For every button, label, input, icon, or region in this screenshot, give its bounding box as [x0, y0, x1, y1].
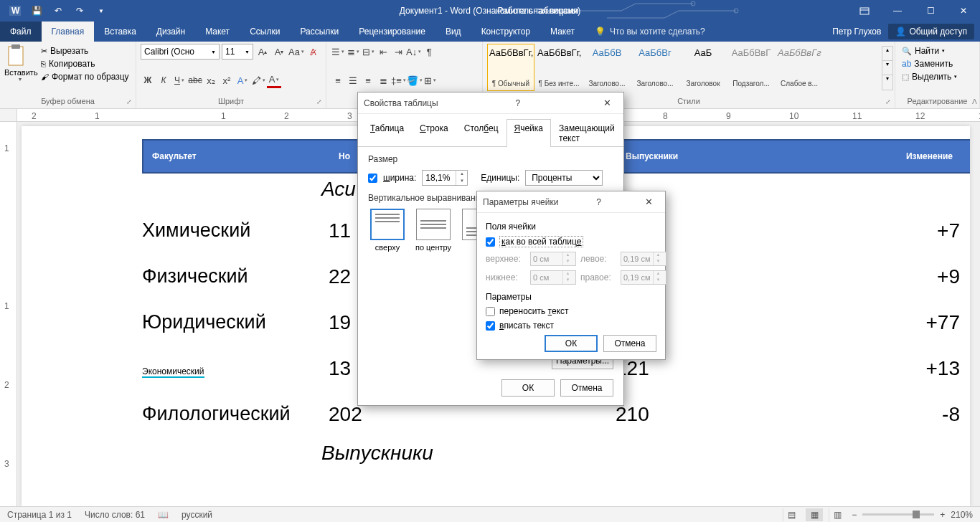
d2-titlebar[interactable]: Параметры ячейки ? ✕	[477, 191, 665, 213]
tell-me[interactable]: 💡 Что вы хотите сделать?	[585, 22, 715, 42]
align-left-icon[interactable]: ≡	[331, 72, 345, 88]
style-item[interactable]: АаБбВЗаголово...	[583, 44, 631, 91]
strike-icon[interactable]: abc	[188, 72, 202, 88]
d1-width-spin[interactable]: ▲▼	[422, 170, 468, 186]
borders-icon[interactable]: ⊞	[423, 72, 438, 88]
status-words[interactable]: Число слов: 61	[85, 510, 145, 520]
d1-ok-button[interactable]: ОК	[501, 379, 555, 397]
d1-units-select[interactable]: Проценты	[525, 170, 603, 186]
vertical-ruler[interactable]: 1123	[0, 122, 17, 506]
zoom-slider[interactable]	[862, 513, 934, 516]
bullets-icon[interactable]: ☰	[331, 44, 345, 60]
save-icon[interactable]: 💾	[27, 1, 46, 20]
copy-button[interactable]: ⎘ Копировать	[39, 58, 131, 70]
align-right-icon[interactable]: ≡	[361, 72, 375, 88]
replace-button[interactable]: ab Заменить	[900, 58, 975, 70]
zoom-out-icon[interactable]: −	[852, 510, 857, 520]
collapse-ribbon-icon[interactable]: ᐱ	[972, 98, 977, 105]
d1-tab-alt[interactable]: Замещающий текст	[551, 119, 623, 147]
zoom-in-icon[interactable]: +	[940, 510, 945, 520]
minimize-icon[interactable]: —	[881, 0, 914, 22]
font-color-icon[interactable]: A	[267, 72, 281, 88]
d2-close-icon[interactable]: ✕	[639, 196, 659, 207]
d1-width-check[interactable]	[368, 174, 377, 183]
subscript-icon[interactable]: x₂	[204, 72, 218, 88]
format-painter-button[interactable]: 🖌 Формат по образцу	[39, 71, 131, 82]
styles-scroll[interactable]: ▴ ▾ ▾	[882, 46, 893, 90]
tab-refs[interactable]: Ссылки	[240, 22, 290, 42]
d1-tab-table[interactable]: Таблица	[362, 119, 412, 147]
align-center-icon[interactable]: ☰	[346, 72, 360, 88]
tab-view[interactable]: Вид	[435, 22, 471, 42]
tab-construct[interactable]: Конструктор	[471, 22, 540, 42]
shrink-font-icon[interactable]: A▾	[272, 44, 286, 60]
d2-cancel-button[interactable]: Отмена	[603, 335, 656, 352]
d1-tab-row[interactable]: Строка	[412, 119, 456, 147]
maximize-icon[interactable]: ☐	[914, 0, 947, 22]
status-proof-icon[interactable]: 📖	[158, 510, 169, 520]
style-item[interactable]: АаБЗаголовок	[679, 44, 727, 91]
tab-design[interactable]: Дизайн	[146, 22, 195, 42]
highlight-icon[interactable]: 🖍	[251, 72, 265, 88]
sort-icon[interactable]: A↓	[406, 44, 421, 60]
shading-icon[interactable]: 🪣	[407, 72, 423, 88]
d1-valign-top[interactable]: сверху	[368, 209, 407, 252]
d2-same-check[interactable]	[486, 237, 495, 247]
underline-icon[interactable]: Ч	[172, 72, 187, 88]
text-effects-icon[interactable]: A	[235, 72, 250, 88]
tab-layout[interactable]: Макет	[195, 22, 240, 42]
d1-tab-col[interactable]: Столбец	[456, 119, 507, 147]
view-web-icon[interactable]: ▥	[829, 508, 846, 521]
styles-launcher-icon[interactable]: ⤢	[883, 97, 893, 107]
share-button[interactable]: 👤 Общий доступ	[888, 24, 974, 39]
tab-review[interactable]: Рецензирование	[349, 22, 435, 42]
font-launcher-icon[interactable]: ⤢	[314, 97, 324, 107]
zoom-value[interactable]: 210%	[951, 510, 973, 520]
tab-file[interactable]: Файл	[0, 22, 42, 42]
bold-icon[interactable]: Ж	[141, 72, 155, 88]
justify-icon[interactable]: ≣	[376, 72, 390, 88]
user-name[interactable]: Петр Глухов	[832, 27, 881, 37]
ribbon-opts-icon[interactable]	[848, 0, 881, 22]
style-item[interactable]: АаБбВвГг,¶ Без инте...	[535, 44, 583, 91]
style-item[interactable]: АаБбВвГг,¶ Обычный	[487, 44, 534, 91]
cut-button[interactable]: ✂ Вырезать	[39, 45, 131, 57]
outdent-icon[interactable]: ⇤	[376, 44, 390, 60]
d1-close-icon[interactable]: ✕	[598, 98, 618, 108]
paste-button[interactable]: Вставить ▼	[4, 44, 36, 82]
d2-wrap-check[interactable]	[486, 307, 495, 316]
superscript-icon[interactable]: x²	[220, 72, 234, 88]
grow-font-icon[interactable]: A▴	[255, 44, 270, 60]
close-icon[interactable]: ✕	[947, 0, 980, 22]
view-read-icon[interactable]: ▤	[783, 508, 800, 521]
pilcrow-icon[interactable]: ¶	[422, 44, 436, 60]
style-item[interactable]: АаБбВгЗаголово...	[631, 44, 679, 91]
redo-icon[interactable]: ↷	[70, 1, 89, 20]
qat-more-icon[interactable]: ▼	[92, 1, 110, 20]
tab-home[interactable]: Главная	[42, 22, 95, 42]
d2-fit-check[interactable]	[486, 321, 495, 331]
find-button[interactable]: 🔍 Найти ▾	[900, 45, 975, 57]
d1-cancel-button[interactable]: Отмена	[560, 379, 613, 397]
d1-help-icon[interactable]: ?	[511, 98, 525, 108]
style-item[interactable]: АаБбВвГгСлабое в...	[776, 44, 823, 91]
font-size-select[interactable]: 11▼	[222, 44, 253, 60]
change-case-icon[interactable]: Aa	[288, 44, 304, 60]
d1-valign-center[interactable]: по центру	[414, 209, 453, 252]
view-print-icon[interactable]: ▦	[806, 508, 823, 521]
d1-width-input[interactable]	[423, 173, 456, 183]
multilevel-icon[interactable]: ⊟	[361, 44, 375, 60]
select-button[interactable]: ⬚ Выделить ▾	[900, 71, 975, 82]
d2-ok-button[interactable]: ОК	[545, 335, 598, 352]
numbering-icon[interactable]: ≣	[346, 44, 360, 60]
undo-icon[interactable]: ↶	[49, 1, 67, 20]
status-lang[interactable]: русский	[182, 510, 212, 520]
status-page[interactable]: Страница 1 из 1	[7, 510, 72, 520]
d2-help-icon[interactable]: ?	[592, 197, 606, 207]
font-name-select[interactable]: Calibri (Осно▼	[141, 44, 220, 60]
italic-icon[interactable]: К	[156, 72, 171, 88]
line-spacing-icon[interactable]: ‡≡	[391, 72, 406, 88]
d1-titlebar[interactable]: Свойства таблицы ? ✕	[358, 92, 623, 114]
clipboard-launcher-icon[interactable]: ⤢	[124, 97, 134, 107]
tab-tlayout[interactable]: Макет	[540, 22, 585, 42]
